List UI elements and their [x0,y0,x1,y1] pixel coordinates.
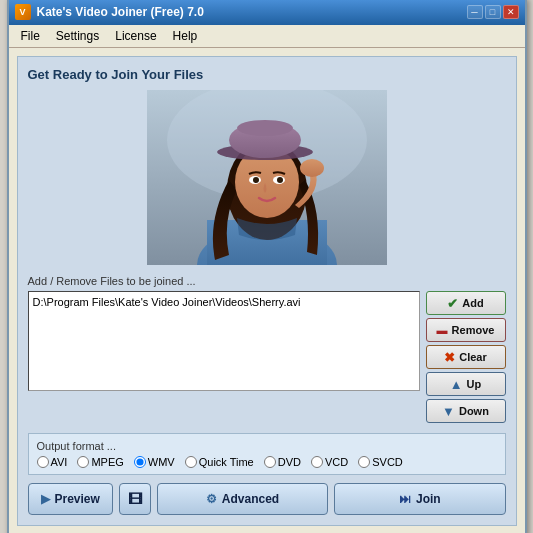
join-button[interactable]: ⏭ Join [334,483,505,515]
close-button[interactable]: ✕ [503,5,519,19]
bottom-buttons: ▶ Preview 🎞 ⚙ Advanced ⏭ Join [28,483,506,515]
app-icon: V [15,4,31,20]
advanced-icon: ⚙ [206,492,217,506]
preview-icon: ▶ [41,492,50,506]
clear-button[interactable]: ✖ Clear [426,345,506,369]
menu-settings[interactable]: Settings [48,27,107,45]
file-list-item: D:\Program Files\Kate's Video Joiner\Vid… [33,296,415,308]
radio-avi[interactable]: AVI [37,456,68,468]
radio-mpeg[interactable]: MPEG [77,456,123,468]
preview-image [147,90,387,265]
files-area: D:\Program Files\Kate's Video Joiner\Vid… [28,291,506,423]
output-format-label: Output format ... [37,440,497,452]
join-icon: ⏭ [399,492,411,506]
title-bar-left: V Kate's Video Joiner (Free) 7.0 [15,4,204,20]
add-button[interactable]: ✔ Add [426,291,506,315]
preview-button[interactable]: ▶ Preview [28,483,113,515]
svg-point-14 [277,177,283,183]
radio-avi-input[interactable] [37,456,49,468]
preview-extra-button[interactable]: 🎞 [119,483,151,515]
action-buttons: ✔ Add ▬ Remove ✖ Clear ▲ Up ▼ Down [426,291,506,423]
menu-bar: File Settings License Help [9,25,525,48]
radio-svcd[interactable]: SVCD [358,456,403,468]
section-heading: Get Ready to Join Your Files [28,67,506,82]
minimize-button[interactable]: ─ [467,5,483,19]
svg-point-15 [300,159,324,177]
file-list-label: Add / Remove Files to be joined ... [28,275,506,287]
radio-qt[interactable]: Quick Time [185,456,254,468]
output-format-section: Output format ... AVI MPEG WMV Quick Tim… [28,433,506,475]
radio-qt-input[interactable] [185,456,197,468]
radio-wmv[interactable]: WMV [134,456,175,468]
radio-dvd-input[interactable] [264,456,276,468]
window-title: Kate's Video Joiner (Free) 7.0 [37,5,204,19]
clear-icon: ✖ [444,350,455,365]
main-content: Get Ready to Join Your Files [17,56,517,526]
down-button[interactable]: ▼ Down [426,399,506,423]
svg-point-10 [237,120,293,136]
advanced-button[interactable]: ⚙ Advanced [157,483,328,515]
menu-help[interactable]: Help [165,27,206,45]
remove-button[interactable]: ▬ Remove [426,318,506,342]
radio-dvd[interactable]: DVD [264,456,301,468]
remove-icon: ▬ [437,324,448,336]
title-controls: ─ □ ✕ [467,5,519,19]
main-window: V Kate's Video Joiner (Free) 7.0 ─ □ ✕ F… [7,0,527,533]
down-icon: ▼ [442,404,455,419]
radio-mpeg-input[interactable] [77,456,89,468]
radio-svcd-input[interactable] [358,456,370,468]
radio-vcd[interactable]: VCD [311,456,348,468]
up-icon: ▲ [450,377,463,392]
up-button[interactable]: ▲ Up [426,372,506,396]
maximize-button[interactable]: □ [485,5,501,19]
radio-group: AVI MPEG WMV Quick Time DVD [37,456,497,468]
filmstrip-icon: 🎞 [128,491,142,507]
radio-vcd-input[interactable] [311,456,323,468]
radio-wmv-input[interactable] [134,456,146,468]
svg-point-13 [253,177,259,183]
menu-license[interactable]: License [107,27,164,45]
add-icon: ✔ [447,296,458,311]
file-list[interactable]: D:\Program Files\Kate's Video Joiner\Vid… [28,291,420,391]
menu-file[interactable]: File [13,27,48,45]
title-bar: V Kate's Video Joiner (Free) 7.0 ─ □ ✕ [9,0,525,25]
